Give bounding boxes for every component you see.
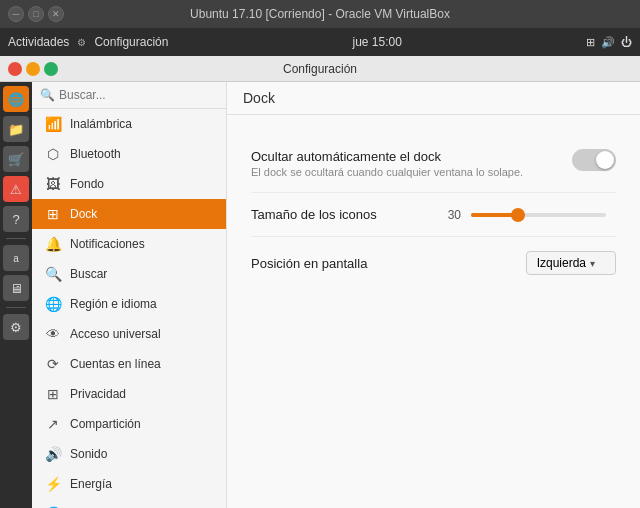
privacy-icon: ⊞: [44, 386, 62, 402]
minimize-button[interactable]: ─: [8, 6, 24, 22]
sidebar-label-energia: Energía: [70, 477, 112, 491]
sidebar-label-dock: Dock: [70, 207, 97, 221]
sidebar-item-inalambrica[interactable]: 📶 Inalámbrica: [32, 109, 226, 139]
sidebar-label-acceso: Acceso universal: [70, 327, 161, 341]
left-dock: 🌐 📁 🛒 ⚠ ? a 🖥 ⚙: [0, 82, 32, 508]
sidebar-label-buscar: Buscar: [70, 267, 107, 281]
search-bar: 🔍: [32, 82, 226, 109]
sidebar-label-fondo: Fondo: [70, 177, 104, 191]
inner-maximize-button[interactable]: [44, 62, 58, 76]
sidebar-item-comparticion[interactable]: ↗ Compartición: [32, 409, 226, 439]
dock-icon-sidebar: ⊞: [44, 206, 62, 222]
search-icon: 🔍: [40, 88, 55, 102]
content-body: Ocultar automáticamente el dock El dock …: [227, 115, 640, 508]
volume-icon: 🔊: [601, 36, 615, 49]
sidebar-label-comparticion: Compartición: [70, 417, 141, 431]
sidebar-item-sonido[interactable]: 🔊 Sonido: [32, 439, 226, 469]
main-content: Dock Ocultar automáticamente el dock El …: [227, 82, 640, 508]
dropdown-arrow: ▾: [590, 258, 595, 269]
auto-hide-sublabel: El dock se ocultará cuando cualquier ven…: [251, 166, 572, 178]
icon-size-value: 30: [431, 208, 461, 222]
sidebar-label-region: Región e idioma: [70, 297, 157, 311]
power-sidebar-icon: ⚡: [44, 476, 62, 492]
sidebar-item-acceso[interactable]: 👁 Acceso universal: [32, 319, 226, 349]
auto-hide-labels: Ocultar automáticamente el dock El dock …: [251, 149, 572, 178]
config-menu[interactable]: Configuración: [94, 35, 168, 49]
sharing-icon: ↗: [44, 416, 62, 432]
auto-hide-row: Ocultar automáticamente el dock El dock …: [251, 135, 616, 193]
sidebar-item-privacidad[interactable]: ⊞ Privacidad: [32, 379, 226, 409]
main-area: 🌐 📁 🛒 ⚠ ? a 🖥 ⚙ 🔍 📶 Inalámbrica ⬡ Blueto…: [0, 82, 640, 508]
auto-hide-control: [572, 149, 616, 171]
gnome-top-bar: Actividades ⚙ Configuración jue 15:00 ⊞ …: [0, 28, 640, 56]
restore-button[interactable]: □: [28, 6, 44, 22]
sidebar-item-fondo[interactable]: 🖼 Fondo: [32, 169, 226, 199]
accounts-icon: ⟳: [44, 356, 62, 372]
position-row: Posición en pantalla Izquierda ▾: [251, 237, 616, 289]
search-sidebar-icon: 🔍: [44, 266, 62, 282]
sidebar-label-privacidad: Privacidad: [70, 387, 126, 401]
sidebar-label-bluetooth: Bluetooth: [70, 147, 121, 161]
region-icon: 🌐: [44, 296, 62, 312]
sidebar-item-bluetooth[interactable]: ⬡ Bluetooth: [32, 139, 226, 169]
sidebar-label-sonido: Sonido: [70, 447, 107, 461]
system-tray: ⊞ 🔊 ⏻: [586, 36, 632, 49]
activities-button[interactable]: Actividades: [8, 35, 69, 49]
position-value: Izquierda: [537, 256, 586, 270]
sidebar-label-inalambrica: Inalámbrica: [70, 117, 132, 131]
auto-hide-label: Ocultar automáticamente el dock: [251, 149, 572, 164]
network-icon: ⊞: [586, 36, 595, 49]
slider-thumb[interactable]: [511, 208, 525, 222]
inner-window-title: Configuración: [58, 62, 582, 76]
dock-icon-help[interactable]: ?: [3, 206, 29, 232]
bluetooth-icon: ⬡: [44, 146, 62, 162]
inner-minimize-button[interactable]: [26, 62, 40, 76]
inner-titlebar: Configuración: [0, 56, 640, 82]
title-bar: ─ □ ✕ Ubuntu 17.10 [Corriendo] - Oracle …: [0, 0, 640, 28]
toggle-knob: [596, 151, 614, 169]
icon-size-row: Tamaño de los iconos 30: [251, 193, 616, 237]
dock-icon-apps[interactable]: ⚠: [3, 176, 29, 202]
icon-size-label: Tamaño de los iconos: [251, 207, 431, 222]
dock-icon-firefox[interactable]: 🌐: [3, 86, 29, 112]
sidebar-item-cuentas[interactable]: ⟳ Cuentas en línea: [32, 349, 226, 379]
sidebar-item-region[interactable]: 🌐 Región e idioma: [32, 289, 226, 319]
sidebar-item-notificaciones[interactable]: 🔔 Notificaciones: [32, 229, 226, 259]
sidebar-item-energia[interactable]: ⚡ Energía: [32, 469, 226, 499]
sidebar-item-buscar[interactable]: 🔍 Buscar: [32, 259, 226, 289]
sidebar-label-notificaciones: Notificaciones: [70, 237, 145, 251]
clock: jue 15:00: [176, 35, 578, 49]
background-icon: 🖼: [44, 176, 62, 192]
power-icon: ⏻: [621, 36, 632, 48]
notifications-icon: 🔔: [44, 236, 62, 252]
content-title: Dock: [227, 82, 640, 115]
dock-icon-amazon[interactable]: a: [3, 245, 29, 271]
sidebar-item-dock[interactable]: ⊞ Dock: [32, 199, 226, 229]
position-label: Posición en pantalla: [251, 256, 526, 271]
dock-icon-terminal[interactable]: 🖥: [3, 275, 29, 301]
search-input[interactable]: [59, 88, 218, 102]
icon-size-slider-container: [461, 213, 616, 217]
sidebar-label-cuentas: Cuentas en línea: [70, 357, 161, 371]
wireless-icon: 📶: [44, 116, 62, 132]
sound-icon: 🔊: [44, 446, 62, 462]
inner-close-button[interactable]: [8, 62, 22, 76]
dock-icon-store[interactable]: 🛒: [3, 146, 29, 172]
auto-hide-toggle[interactable]: [572, 149, 616, 171]
sidebar-item-red[interactable]: 🌐 Red: [32, 499, 226, 508]
dock-icon-settings[interactable]: ⚙: [3, 314, 29, 340]
sidebar: 🔍 📶 Inalámbrica ⬡ Bluetooth 🖼 Fondo ⊞ Do…: [32, 82, 227, 508]
position-dropdown[interactable]: Izquierda ▾: [526, 251, 616, 275]
dock-icon-files[interactable]: 📁: [3, 116, 29, 142]
close-button[interactable]: ✕: [48, 6, 64, 22]
dock-separator-1: [6, 238, 26, 239]
dock-separator-2: [6, 307, 26, 308]
accessibility-icon: 👁: [44, 326, 62, 342]
window-title: Ubuntu 17.10 [Corriendo] - Oracle VM Vir…: [68, 7, 572, 21]
slider-track: [471, 213, 606, 217]
